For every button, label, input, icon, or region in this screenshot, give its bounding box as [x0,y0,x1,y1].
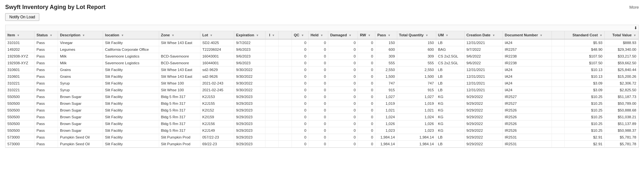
cell-description: Syrup [58,87,103,94]
col-header-location[interactable]: location ▼ [103,31,159,39]
col-header-item[interactable]: Item ▼ [5,31,34,39]
cell-um: CS 2x2.5GL [436,60,464,67]
cell-i1 [265,87,279,94]
col-header-zone[interactable]: Zone ▼ [159,31,200,39]
col-header-rw[interactable]: RW ▼ [358,31,375,39]
cell-i1 [265,127,279,134]
filter-icon-location[interactable]: ▼ [120,34,124,37]
col-header-standard_cost[interactable]: Standard Cost ▼ [565,31,605,39]
cell-i3 [552,73,565,80]
cell-i2 [279,60,292,67]
cell-zone: Slit Whse 100 [159,87,200,94]
cell-um: KG [436,127,464,134]
filter-icon-i1[interactable]: ▼ [271,34,275,37]
cell-document_number: IR2527 [503,100,552,107]
col-header-expiration[interactable]: Expiration ▼ [234,31,265,39]
cell-status: Pass [34,94,58,100]
cell-rw: 0 [358,87,375,94]
filter-icon-um[interactable]: ▼ [445,34,448,37]
cell-damaged: 0 [328,39,358,46]
col-header-i2[interactable] [279,31,292,39]
col-header-total_quantity[interactable]: Total Quantity ▼ [397,31,436,39]
cell-qc: 0 [292,39,308,46]
cell-item: 310601 [5,73,34,80]
filter-icon-pass[interactable]: ▼ [387,34,390,37]
cell-um: LB [436,141,464,148]
cell-location: Slit Facility [103,100,159,107]
cell-total_quantity: 1,984.14 [397,141,436,148]
filter-icon-document_number[interactable]: ▼ [539,34,543,37]
cell-total_quantity: 555 [397,60,436,67]
cell-held: 0 [308,46,328,53]
cell-um: KG [436,114,464,121]
cell-lot: K2J155 [200,100,234,107]
col-header-total_value[interactable]: Total Value ▼ [604,31,638,39]
cell-zone: Bldg 5 Rm 317 [159,107,200,114]
cell-total_value: $25,840.44 [604,67,638,73]
cell-rw: 0 [358,114,375,121]
cell-creation_date: 9/29/2022 [464,141,503,148]
table-row: 573000PassPumpkin Seed OilSlit FacilityS… [5,134,639,141]
cell-i3 [552,80,565,87]
cell-lot: 16044001 [200,60,234,67]
cell-description: Vinegar [58,39,103,46]
filter-icon-creation_date[interactable]: ▼ [492,34,495,37]
cell-zone: Bldg 5 Rm 317 [159,100,200,107]
col-header-creation_date[interactable]: Creation Date ▼ [464,31,503,39]
cell-total_value: $51,187.73 [604,94,638,100]
col-header-um[interactable]: UM ▼ [436,31,464,39]
cell-rw: 0 [358,141,375,148]
table-row: 550500PassBrown SugarSlit FacilityBldg 5… [5,107,639,114]
filter-icon-description[interactable]: ▼ [82,34,85,37]
filter-icon-standard_cost[interactable]: ▼ [599,34,602,37]
notify-on-load-button[interactable]: Notify On Load [5,13,39,21]
cell-total_quantity: 1,019 [397,100,436,107]
col-header-i3[interactable] [552,31,565,39]
cell-location: Slit Facility [103,80,159,87]
filter-icon-total_quantity[interactable]: ▼ [425,34,428,37]
cell-expiration: 9/29/2023 [234,134,265,141]
more-button[interactable]: More [629,5,639,10]
cell-creation_date: 9/6/2022 [464,53,503,60]
cell-document_number: IR2238 [503,53,552,60]
cell-i2 [279,80,292,87]
filter-icon-total_value[interactable]: ▼ [633,34,636,37]
cell-damaged: 0 [328,53,358,60]
cell-location: Savemoore Logistics [103,53,159,60]
col-header-status[interactable]: Status ▼ [34,31,58,39]
col-header-qc[interactable]: QC ▼ [292,31,308,39]
col-header-held[interactable]: Held ▼ [308,31,328,39]
cell-creation_date: 9/29/2022 [464,127,503,134]
col-header-damaged[interactable]: Damaged ▼ [328,31,358,39]
col-header-document_number[interactable]: Document Number ▼ [503,31,552,39]
col-header-i1[interactable]: I ▼ [265,31,279,39]
cell-um: KG [436,107,464,114]
filter-icon-expiration[interactable]: ▼ [255,34,259,37]
cell-document_number: IR2257 [503,46,552,53]
cell-standard_cost: $107.50 [565,53,605,60]
cell-location: Slit Facility [103,39,159,46]
filter-icon-damaged[interactable]: ▼ [348,34,351,37]
col-header-pass[interactable]: Pass ▼ [375,31,397,39]
cell-status: Pass [34,67,58,73]
inventory-table: Item ▼Status ▼Description ▼location ▼Zon… [5,31,639,148]
cell-lot: K2I152 [200,107,234,114]
filter-icon-zone[interactable]: ▼ [171,34,174,37]
filter-icon-rw[interactable]: ▼ [367,34,370,37]
download-icon[interactable]: ⬇ [634,26,637,30]
cell-damaged: 0 [328,94,358,100]
filter-icon-status[interactable]: ▼ [49,34,52,37]
table-row: 310601PassGrainsSlit FacilitySlit Whse 1… [5,73,639,80]
cell-total_value: $5,781.78 [604,141,638,148]
filter-icon-qc[interactable]: ▼ [300,34,304,37]
filter-icon-held[interactable]: ▼ [320,34,323,37]
cell-zone: Slit Pumpkin Prod [159,141,200,148]
filter-icon-item[interactable]: ▼ [16,34,20,37]
cell-pass: 600 [375,46,397,53]
col-header-lot[interactable]: Lot ▼ [200,31,234,39]
filter-icon-lot[interactable]: ▼ [209,34,213,37]
col-header-description[interactable]: Description ▼ [58,31,103,39]
cell-qc: 0 [292,80,308,87]
cell-damaged: 0 [328,46,358,53]
cell-um: LB [436,73,464,80]
